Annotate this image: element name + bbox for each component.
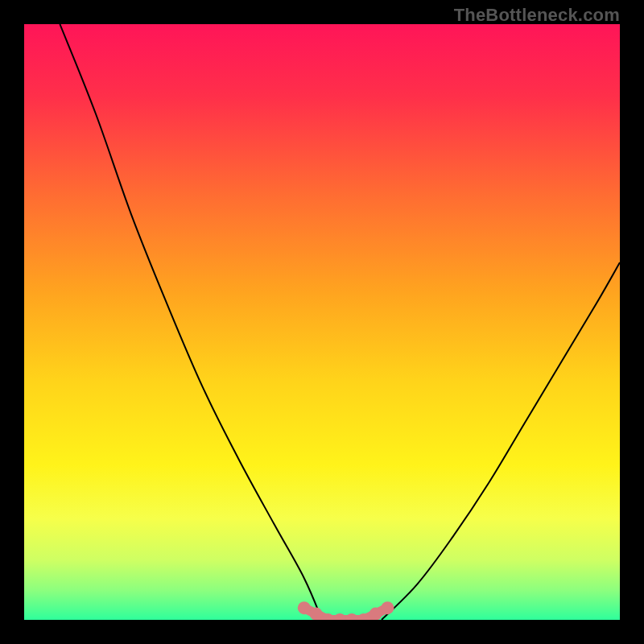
chart-frame: TheBottleneck.com [0, 0, 644, 644]
valley-marker [381, 601, 394, 614]
valley-marker [369, 608, 382, 620]
watermark-text: TheBottleneck.com [454, 5, 620, 26]
valley-marker [310, 608, 323, 620]
valley-marker [298, 601, 311, 614]
plot-area [24, 24, 620, 620]
gradient-background [24, 24, 620, 620]
chart-svg [24, 24, 620, 620]
